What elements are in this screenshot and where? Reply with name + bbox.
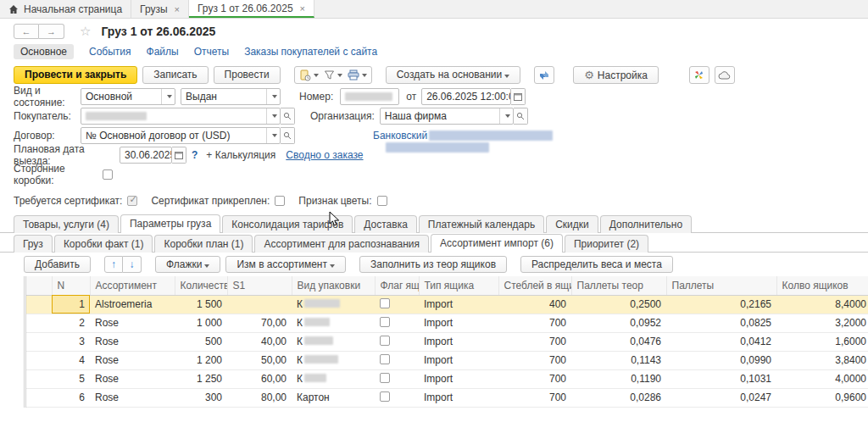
cell-sel[interactable] [26,351,52,369]
sub-tab[interactable]: Ассортимент импорт (6) [431,234,563,253]
main-tab[interactable]: Параметры груза [120,214,220,233]
main-tab[interactable]: Платежный календарь [419,215,544,233]
column-header-flag[interactable]: Флаг ящика [375,276,419,295]
cell-box_type[interactable]: Import [419,295,498,314]
cell-boxes_count[interactable]: 1,6000 [776,332,868,351]
cell-box_type[interactable]: Import [419,351,498,369]
close-icon[interactable]: × [175,4,180,14]
chevron-down-icon[interactable] [499,108,513,124]
state-combobox[interactable]: Выдан [181,88,281,105]
nav-item[interactable]: События [89,46,131,58]
cell-stems[interactable]: 400 [498,295,571,314]
box-flag-checkbox[interactable] [380,336,390,346]
cell-flag[interactable] [375,369,419,388]
cell-s1[interactable]: 40,00 [227,332,292,351]
cell-qty[interactable]: 1 200 [175,351,227,369]
order-summary-link[interactable]: Сводно о заказе [286,149,363,161]
cell-n[interactable]: 6 [52,388,90,407]
calculation-toggle[interactable]: + Калькуляция [206,149,275,161]
window-tab[interactable]: Начальная страница [0,0,131,18]
cell-assortment[interactable]: Rose [90,388,175,407]
izm-assortment-button[interactable]: Изм в ассортимент [225,256,346,273]
forward-button[interactable]: → [39,24,64,39]
box-flag-checkbox[interactable] [380,391,390,402]
cell-flag[interactable] [375,332,419,351]
filter-button[interactable] [321,67,345,83]
cell-s1[interactable]: 50,00 [227,351,292,369]
window-tab[interactable]: Грузы× [131,0,189,18]
back-button[interactable]: ← [14,24,39,39]
table-row[interactable]: 3Rose50040,00КImport7000,04760,04121,600… [26,332,868,351]
sub-tab[interactable]: Приоритет (2) [565,235,648,253]
add-row-button[interactable]: Добавить [24,256,91,273]
sync-button[interactable] [534,66,554,84]
cell-flag[interactable] [375,295,419,314]
cell-pallets[interactable]: 0,0825 [666,314,776,332]
cell-boxes_count[interactable]: 3,8400 [776,351,868,369]
number-field[interactable] [340,88,399,105]
sub-tab[interactable]: Груз [14,235,53,253]
main-tab[interactable]: Товары, услуги (4) [14,215,119,233]
cell-stems[interactable]: 700 [498,369,571,388]
post-button[interactable]: Провести [214,66,281,84]
flowers-flag-checkbox[interactable] [377,196,387,206]
chevron-down-icon[interactable] [266,128,280,143]
cell-pallets_theor[interactable]: 0,1143 [571,351,666,369]
print-button[interactable] [345,67,370,83]
column-header-stems[interactable]: Стеблей в ящике [498,276,571,295]
cell-qty[interactable]: 1 500 [175,295,227,314]
cell-sel[interactable] [26,295,52,314]
cell-assortment[interactable]: Rose [90,369,175,388]
sub-tab[interactable]: Ассортимент для распознавания [254,235,429,253]
datetime-field[interactable]: 26.06.2025 12:00:00 [421,88,511,105]
nav-item[interactable]: Отчеты [194,46,229,58]
cell-stems[interactable]: 700 [498,388,571,407]
post-and-close-button[interactable]: Провести и закрыть [14,66,137,84]
nav-item[interactable]: Заказы покупателей с сайта [244,46,377,58]
column-header-boxes_count[interactable]: Колво ящиков [776,276,868,295]
contract-field[interactable]: № Основной договор от (USD) [81,127,281,144]
column-header-packaging[interactable]: Вид упаковки [292,276,375,295]
sub-tab[interactable]: Коробки факт (1) [54,235,153,253]
buyer-field[interactable] [81,108,281,125]
plan-date-field[interactable]: 30.06.2025 [120,147,172,164]
main-tab[interactable]: Консолидация тарифов [222,215,353,233]
cell-box_type[interactable]: Import [419,369,498,388]
vid-combobox[interactable]: Основной [81,88,175,105]
bank-link[interactable]: Банковский [373,130,427,142]
box-flag-checkbox[interactable] [380,298,390,308]
main-tab[interactable]: Дополнительно [600,215,692,233]
fill-from-theor-button[interactable]: Заполнить из теор ящиков [359,256,507,273]
cell-qty[interactable]: 1 000 [175,314,227,332]
favorite-star-icon[interactable]: ☆ [80,24,91,39]
cell-qty[interactable]: 1 250 [175,369,227,388]
cell-sel[interactable] [26,332,52,351]
close-icon[interactable]: × [300,3,305,14]
save-button[interactable]: Записать [142,66,208,84]
cell-boxes_count[interactable]: 3,2000 [776,314,868,332]
cell-n[interactable]: 5 [52,369,90,388]
column-header-s1[interactable]: S1 [227,276,292,295]
cell-packaging[interactable]: Картон [292,388,375,407]
cell-packaging[interactable]: К [292,369,375,388]
cell-n[interactable]: 2 [52,314,90,332]
services-button[interactable] [689,66,709,84]
cell-box_type[interactable]: Import [419,388,498,407]
cell-qty[interactable]: 500 [175,332,227,351]
settings-button[interactable]: ⚙Настройка [573,66,659,84]
cell-packaging[interactable]: К [292,295,375,314]
cell-assortment[interactable]: Rose [90,351,175,369]
help-icon[interactable]: ? [192,149,198,161]
box-flag-checkbox[interactable] [380,317,390,327]
cloud-button[interactable] [715,66,735,84]
cell-sel[interactable] [26,388,52,407]
cell-n[interactable]: 3 [52,332,90,351]
chevron-down-icon[interactable] [266,89,280,104]
nav-item[interactable]: Файлы [147,46,179,58]
cell-pallets[interactable]: 0,2165 [666,295,776,314]
calendar-button[interactable] [511,88,526,105]
cell-flag[interactable] [375,314,419,332]
create-based-on-button[interactable]: Создать на основании [386,66,521,84]
chevron-down-icon[interactable] [161,89,175,104]
cell-s1[interactable]: 70,00 [227,314,292,332]
